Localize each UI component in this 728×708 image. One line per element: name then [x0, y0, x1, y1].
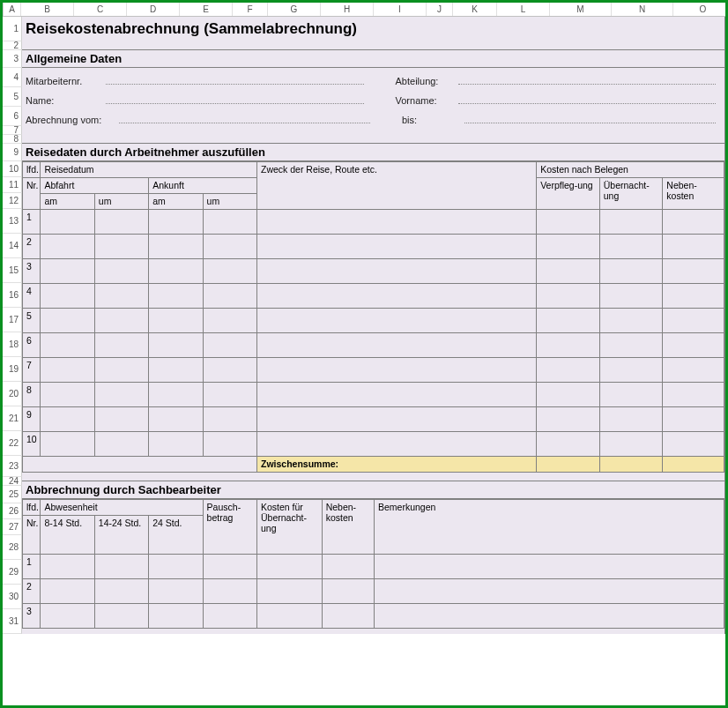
- cell-zweck[interactable]: [256, 284, 536, 309]
- row-header[interactable]: 17: [3, 308, 22, 332]
- cell-zweck[interactable]: [256, 309, 536, 333]
- cell-abfahrt-am[interactable]: [41, 259, 94, 284]
- cell-kosten-uebernachtung[interactable]: [256, 579, 322, 604]
- row-header[interactable]: 9: [3, 144, 22, 161]
- cell-8-14[interactable]: [41, 555, 94, 579]
- cell-zweck[interactable]: [256, 358, 536, 383]
- cell-14-24[interactable]: [94, 604, 148, 629]
- row-header[interactable]: 13: [3, 209, 22, 234]
- cell-abfahrt-um[interactable]: [94, 284, 148, 309]
- row-header[interactable]: 15: [3, 258, 22, 283]
- row-header[interactable]: 23: [3, 456, 22, 477]
- cell-abfahrt-um[interactable]: [94, 407, 148, 432]
- cell-zweck[interactable]: [256, 383, 536, 407]
- cell-nebenkosten[interactable]: [663, 333, 724, 358]
- row-header[interactable]: 7: [3, 126, 22, 135]
- column-header[interactable]: I: [374, 3, 427, 16]
- row-header[interactable]: 4: [3, 68, 22, 87]
- column-header[interactable]: D: [127, 3, 180, 16]
- zwischensumme-nebenkosten[interactable]: [663, 457, 724, 473]
- cell-verpflegung[interactable]: [537, 309, 600, 333]
- row-header[interactable]: 1: [3, 17, 22, 41]
- cell-abfahrt-um[interactable]: [94, 210, 148, 235]
- column-header[interactable]: J: [427, 3, 453, 16]
- cell-abfahrt-um[interactable]: [94, 259, 148, 284]
- cell-ankunft-um[interactable]: [203, 358, 256, 383]
- row-header[interactable]: 21: [3, 406, 22, 431]
- zwischensumme-uebernachtung[interactable]: [599, 457, 663, 473]
- row-header[interactable]: 18: [3, 332, 22, 357]
- cell-ankunft-am[interactable]: [149, 432, 203, 457]
- cell-ankunft-um[interactable]: [203, 407, 256, 432]
- cell-zweck[interactable]: [256, 333, 536, 358]
- cell-abfahrt-um[interactable]: [94, 432, 148, 457]
- row-header[interactable]: 28: [3, 535, 22, 560]
- cell-ankunft-um[interactable]: [203, 309, 256, 333]
- row-header[interactable]: 24: [3, 477, 22, 486]
- column-header[interactable]: B: [21, 3, 74, 16]
- cell-pauschbetrag[interactable]: [203, 604, 256, 629]
- cell-nebenkosten[interactable]: [663, 235, 724, 259]
- cell-ankunft-am[interactable]: [149, 259, 203, 284]
- row-header[interactable]: 12: [3, 193, 22, 209]
- row-header[interactable]: 27: [3, 519, 22, 535]
- cell-abfahrt-um[interactable]: [94, 383, 148, 407]
- cell-nebenkosten[interactable]: [663, 358, 724, 383]
- zwischensumme-verpflegung[interactable]: [537, 457, 600, 473]
- cell-bemerkungen[interactable]: [374, 604, 724, 629]
- cell-ankunft-um[interactable]: [203, 333, 256, 358]
- cell-zweck[interactable]: [256, 407, 536, 432]
- cell-8-14[interactable]: [41, 579, 94, 604]
- cell-bemerkungen[interactable]: [374, 579, 724, 604]
- cell-abfahrt-um[interactable]: [94, 358, 148, 383]
- cell-nebenkosten[interactable]: [663, 210, 724, 235]
- cell-zweck[interactable]: [256, 432, 536, 457]
- cell-ankunft-am[interactable]: [149, 407, 203, 432]
- cell-ankunft-um[interactable]: [203, 383, 256, 407]
- cell-ankunft-am[interactable]: [149, 358, 203, 383]
- cell-nebenkosten[interactable]: [322, 579, 374, 604]
- cell-kosten-uebernachtung[interactable]: [256, 555, 322, 579]
- cell-ankunft-am[interactable]: [149, 383, 203, 407]
- column-header[interactable]: C: [74, 3, 127, 16]
- input-abrechnung-vom[interactable]: [119, 123, 370, 123]
- input-bis[interactable]: [464, 123, 716, 123]
- cell-abfahrt-um[interactable]: [94, 235, 148, 259]
- cell-ankunft-um[interactable]: [203, 235, 256, 259]
- cell-nebenkosten[interactable]: [663, 407, 724, 432]
- cell-abfahrt-am[interactable]: [41, 383, 94, 407]
- cell-nebenkosten[interactable]: [322, 555, 374, 579]
- cell-verpflegung[interactable]: [537, 259, 600, 284]
- cell-uebernachtung[interactable]: [599, 210, 663, 235]
- row-header[interactable]: 5: [3, 87, 22, 107]
- cell-nebenkosten[interactable]: [663, 432, 724, 457]
- input-vorname[interactable]: [458, 103, 717, 104]
- cell-ankunft-am[interactable]: [149, 309, 203, 333]
- cell-ankunft-am[interactable]: [149, 333, 203, 358]
- row-header[interactable]: 8: [3, 135, 22, 144]
- cell-abfahrt-um[interactable]: [94, 309, 148, 333]
- cell-24[interactable]: [149, 579, 203, 604]
- cell-kosten-uebernachtung[interactable]: [256, 604, 322, 629]
- cell-zweck[interactable]: [256, 210, 536, 235]
- cell-verpflegung[interactable]: [537, 235, 600, 259]
- cell-nebenkosten[interactable]: [322, 604, 374, 629]
- row-header[interactable]: 10: [3, 161, 22, 177]
- column-header[interactable]: L: [497, 3, 550, 16]
- cell-ankunft-am[interactable]: [149, 210, 203, 235]
- cell-nebenkosten[interactable]: [663, 383, 724, 407]
- cell-ankunft-am[interactable]: [149, 235, 203, 259]
- row-header[interactable]: 16: [3, 283, 22, 308]
- cell-abfahrt-am[interactable]: [41, 235, 94, 259]
- row-header[interactable]: 19: [3, 357, 22, 382]
- row-header[interactable]: 20: [3, 382, 22, 406]
- cell-pauschbetrag[interactable]: [203, 579, 256, 604]
- row-header[interactable]: 2: [3, 41, 22, 50]
- column-header[interactable]: M: [550, 3, 612, 16]
- cell-abfahrt-am[interactable]: [41, 210, 94, 235]
- cell-uebernachtung[interactable]: [599, 309, 663, 333]
- cell-ankunft-um[interactable]: [203, 259, 256, 284]
- cell-verpflegung[interactable]: [537, 284, 600, 309]
- cell-abfahrt-am[interactable]: [41, 407, 94, 432]
- column-header[interactable]: A: [4, 3, 21, 16]
